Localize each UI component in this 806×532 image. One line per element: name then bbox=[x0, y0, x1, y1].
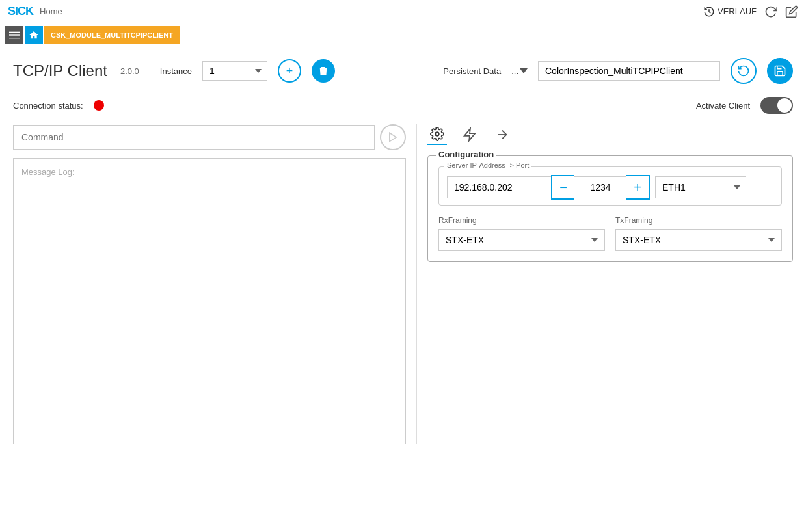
save-button[interactable] bbox=[767, 58, 793, 84]
gear-icon bbox=[430, 127, 444, 141]
chevron-down-icon bbox=[520, 68, 528, 73]
add-instance-button[interactable]: + bbox=[278, 59, 301, 83]
menu-icon-btn[interactable] bbox=[5, 26, 23, 44]
rx-framing-select[interactable]: STX-ETX NONE CR-LF bbox=[438, 229, 605, 251]
sick-brand: SICK bbox=[8, 5, 33, 18]
status-row: Connection status: Activate Client bbox=[13, 97, 793, 114]
rx-framing-group: RxFraming STX-ETX NONE CR-LF bbox=[438, 216, 605, 251]
output-tab[interactable] bbox=[492, 125, 512, 144]
rx-framing-label: RxFraming bbox=[438, 216, 605, 225]
command-input[interactable] bbox=[13, 125, 375, 150]
eth-select[interactable]: ETH1 ETH2 bbox=[655, 176, 746, 198]
history-icon bbox=[703, 6, 715, 18]
left-column: Message Log: bbox=[13, 124, 416, 444]
verlauf-label: VERLAUF bbox=[718, 7, 757, 16]
module-breadcrumb[interactable]: CSK_MODULE_MULTITCPIPCLIENT bbox=[44, 26, 180, 44]
config-legend: Configuration bbox=[436, 150, 496, 159]
header-row: TCP/IP Client 2.0.0 Instance 1 + Persist… bbox=[13, 58, 793, 84]
trash-icon bbox=[317, 65, 329, 77]
svg-rect-1 bbox=[9, 34, 20, 35]
framing-row: RxFraming STX-ETX NONE CR-LF TxFraming S… bbox=[438, 216, 782, 251]
persistent-history-button[interactable] bbox=[731, 58, 757, 84]
svg-marker-3 bbox=[390, 133, 397, 142]
command-row bbox=[13, 124, 406, 150]
svg-rect-2 bbox=[9, 38, 20, 38]
main-content: TCP/IP Client 2.0.0 Instance 1 + Persist… bbox=[0, 47, 806, 532]
svg-rect-0 bbox=[9, 32, 20, 33]
port-input[interactable] bbox=[574, 176, 626, 198]
lightning-icon bbox=[463, 127, 477, 142]
svg-marker-5 bbox=[464, 129, 476, 140]
save-icon bbox=[773, 64, 786, 77]
top-nav: SICK Home VERLAUF bbox=[0, 0, 806, 23]
configuration-panel: Configuration Server IP-Address -> Port … bbox=[427, 155, 793, 262]
nav-left: SICK Home bbox=[8, 5, 62, 18]
version-badge: 2.0.0 bbox=[120, 66, 139, 76]
nav-right: VERLAUF bbox=[703, 5, 798, 18]
activate-client-label: Activate Client bbox=[696, 101, 750, 111]
restore-icon bbox=[737, 64, 750, 77]
send-button[interactable] bbox=[380, 124, 406, 150]
send-icon bbox=[387, 131, 399, 143]
persistent-data-input[interactable] bbox=[538, 61, 720, 81]
svg-point-4 bbox=[435, 132, 439, 136]
message-log-label: Message Log: bbox=[21, 167, 75, 177]
tab-bar bbox=[427, 124, 793, 145]
tx-framing-select[interactable]: STX-ETX NONE CR-LF bbox=[615, 229, 782, 251]
persistent-data-label: Persistent Data bbox=[443, 66, 501, 76]
verlauf-button[interactable]: VERLAUF bbox=[703, 6, 757, 18]
tx-framing-group: TxFraming STX-ETX NONE CR-LF bbox=[615, 216, 782, 251]
right-column: Configuration Server IP-Address -> Port … bbox=[416, 124, 793, 444]
arrow-right-icon bbox=[495, 127, 509, 142]
activate-client-toggle[interactable] bbox=[760, 97, 793, 114]
tx-framing-label: TxFraming bbox=[615, 216, 782, 225]
home-icon-btn[interactable] bbox=[25, 26, 43, 44]
connection-status-dot bbox=[94, 100, 104, 111]
event-tab[interactable] bbox=[460, 125, 479, 144]
message-log-box: Message Log: bbox=[13, 158, 406, 444]
breadcrumb-bar: CSK_MODULE_MULTITCPIPCLIENT bbox=[0, 23, 806, 47]
home-link[interactable]: Home bbox=[40, 7, 62, 16]
server-ip-group: Server IP-Address -> Port − + ETH1 ETH2 bbox=[438, 166, 782, 206]
page-title: TCP/IP Client bbox=[13, 62, 107, 80]
more-label: ... bbox=[511, 66, 518, 76]
plus-icon: + bbox=[286, 64, 293, 78]
refresh-icon[interactable] bbox=[764, 5, 777, 18]
ip-address-input[interactable] bbox=[447, 176, 551, 198]
server-ip-legend: Server IP-Address -> Port bbox=[444, 161, 531, 169]
port-increment-button[interactable]: + bbox=[626, 175, 650, 200]
port-decrement-button[interactable]: − bbox=[551, 175, 574, 200]
connection-status-label: Connection status: bbox=[13, 101, 83, 111]
instance-select[interactable]: 1 bbox=[202, 61, 267, 81]
sick-logo: SICK bbox=[8, 5, 33, 18]
server-ip-row: − + ETH1 ETH2 bbox=[447, 175, 773, 200]
instance-label: Instance bbox=[160, 66, 192, 76]
config-tab[interactable] bbox=[427, 124, 447, 145]
two-column-layout: Message Log: bbox=[13, 124, 793, 444]
edit-icon[interactable] bbox=[785, 5, 798, 18]
more-options-button[interactable]: ... bbox=[511, 66, 528, 76]
delete-instance-button[interactable] bbox=[312, 59, 335, 83]
